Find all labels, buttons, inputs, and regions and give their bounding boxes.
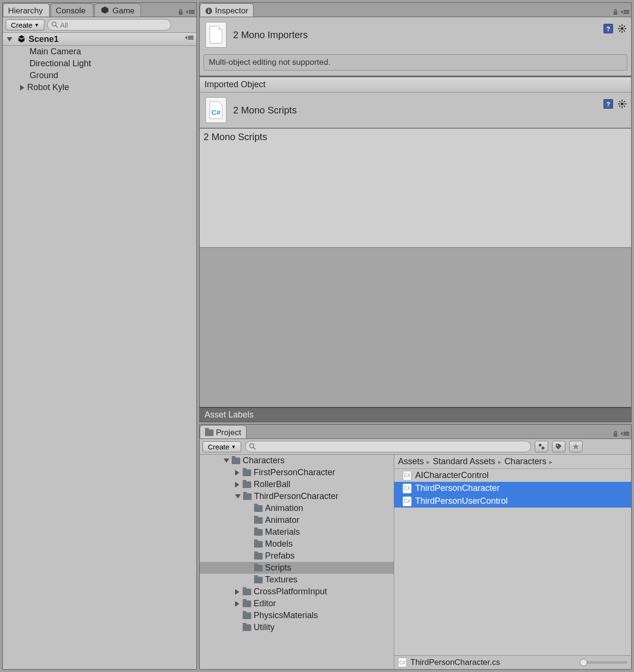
- tree-item[interactable]: Characters: [200, 455, 394, 467]
- tree-item[interactable]: Scripts: [200, 562, 394, 574]
- breadcrumb-separator-icon: ▸: [427, 458, 430, 466]
- asset-item-label: ThirdPersonCharacter: [415, 483, 500, 493]
- hierarchy-item[interactable]: Robot Kyle: [3, 81, 196, 93]
- gear-icon[interactable]: [618, 100, 626, 108]
- footer-filename: ThirdPersonCharacter.cs: [410, 658, 500, 667]
- panel-menu-icon[interactable]: [621, 9, 629, 15]
- asset-item[interactable]: C#ThirdPersonUserControl: [394, 495, 631, 508]
- foldout-icon[interactable]: [224, 458, 229, 463]
- folder-icon: [243, 481, 251, 488]
- help-icon[interactable]: ?: [603, 99, 613, 109]
- svg-text:i: i: [208, 8, 209, 14]
- panel-menu-icon[interactable]: [621, 431, 629, 437]
- scene-header[interactable]: Scene1: [3, 33, 196, 46]
- svg-point-23: [250, 444, 254, 448]
- tree-item[interactable]: Prefabs: [200, 550, 394, 562]
- importers-title: 2 Mono Importers: [233, 30, 308, 41]
- foldout-icon[interactable]: [235, 601, 239, 607]
- foldout-icon[interactable]: [235, 482, 239, 488]
- help-icon[interactable]: ?: [603, 24, 613, 33]
- svg-point-26: [542, 447, 544, 449]
- tree-item-label: Characters: [243, 456, 285, 466]
- asset-item-label: AICharacterControl: [415, 470, 489, 480]
- tree-item[interactable]: Editor: [200, 598, 394, 610]
- tab-inspector[interactable]: i Inspector: [200, 3, 254, 17]
- foldout-icon[interactable]: [235, 494, 241, 499]
- hierarchy-item-label: Robot Kyle: [27, 82, 69, 92]
- csharp-file-icon: C#: [205, 97, 226, 123]
- create-label: Create: [208, 443, 229, 451]
- filter-by-label-button[interactable]: [552, 441, 565, 452]
- svg-point-14: [621, 102, 624, 105]
- foldout-icon[interactable]: [235, 470, 239, 476]
- project-search[interactable]: [245, 441, 531, 452]
- search-input[interactable]: [60, 21, 167, 29]
- lock-icon[interactable]: [177, 9, 184, 15]
- tab-game[interactable]: Game: [94, 3, 141, 17]
- create-button[interactable]: Create ▼: [6, 20, 44, 31]
- project-tree: CharactersFirstPersonCharacterRollerBall…: [200, 455, 394, 669]
- tree-item-label: Animation: [265, 503, 303, 513]
- tree-item[interactable]: CrossPlatformInput: [200, 586, 394, 598]
- tree-item[interactable]: PhysicsMaterials: [200, 610, 394, 621]
- hierarchy-item[interactable]: Directional Light: [3, 58, 196, 70]
- search-input[interactable]: [258, 443, 527, 451]
- folder-icon: [243, 612, 251, 619]
- tree-item[interactable]: FirstPersonCharacter: [200, 467, 394, 479]
- breadcrumb-item[interactable]: Standard Assets: [433, 457, 495, 467]
- breadcrumb-item[interactable]: Assets: [398, 457, 424, 467]
- file-icon: [205, 22, 226, 48]
- foldout-icon[interactable]: [235, 589, 239, 595]
- scene-menu-icon[interactable]: [185, 35, 194, 41]
- lock-icon[interactable]: [612, 9, 619, 15]
- scripts-title: 2 Mono Scripts: [233, 105, 297, 116]
- asset-item-label: ThirdPersonUserControl: [415, 496, 508, 506]
- asset-item[interactable]: C#AICharacterControl: [394, 469, 631, 482]
- tab-hierarchy[interactable]: Hierarchy: [3, 3, 50, 17]
- breadcrumb-item[interactable]: Characters: [504, 457, 546, 467]
- tree-item[interactable]: Materials: [200, 526, 394, 538]
- create-button[interactable]: Create ▼: [203, 441, 241, 452]
- tab-console[interactable]: Console: [51, 3, 93, 17]
- tree-item[interactable]: Animator: [200, 514, 394, 526]
- hierarchy-item[interactable]: Main Camera: [3, 46, 196, 58]
- svg-line-22: [624, 101, 625, 102]
- tree-item-label: Animator: [265, 515, 299, 525]
- tree-item[interactable]: ThirdPersonCharacter: [200, 490, 394, 502]
- scene-name: Scene1: [29, 34, 59, 44]
- foldout-icon[interactable]: [20, 85, 24, 91]
- hierarchy-search[interactable]: [47, 19, 171, 31]
- tree-item[interactable]: Models: [200, 538, 394, 550]
- hierarchy-panel: Hierarchy Console Game Create ▼: [2, 2, 197, 670]
- scene-foldout-icon[interactable]: [7, 37, 12, 41]
- svg-text:C#: C#: [211, 108, 221, 116]
- inspector-tab-bar: i Inspector: [200, 3, 631, 17]
- asset-list: C#AICharacterControlC#ThirdPersonCharact…: [394, 469, 631, 655]
- tree-item-label: FirstPersonCharacter: [254, 468, 335, 478]
- tree-item[interactable]: RollerBall: [200, 479, 394, 490]
- hierarchy-item[interactable]: Ground: [3, 70, 196, 81]
- filter-by-type-button[interactable]: [535, 441, 548, 452]
- panel-menu-icon[interactable]: [186, 9, 194, 15]
- tree-item-label: ThirdPersonCharacter: [254, 491, 338, 501]
- svg-line-10: [624, 31, 625, 32]
- svg-line-19: [619, 101, 621, 102]
- breadcrumb-separator-icon: ▸: [549, 458, 552, 466]
- folder-icon: [254, 565, 263, 571]
- lock-icon[interactable]: [612, 430, 619, 437]
- tab-project[interactable]: Project: [200, 425, 246, 438]
- favorite-button[interactable]: [569, 441, 583, 452]
- hierarchy-item-label: Main Camera: [30, 47, 81, 57]
- tree-item[interactable]: Textures: [200, 574, 394, 586]
- folder-icon: [254, 529, 263, 536]
- tree-item[interactable]: Animation: [200, 502, 394, 514]
- svg-line-9: [619, 26, 621, 27]
- csharp-icon: C#: [398, 658, 407, 667]
- gear-icon[interactable]: [618, 24, 626, 33]
- svg-point-4: [621, 27, 624, 30]
- icon-size-slider[interactable]: [580, 661, 627, 664]
- tree-item[interactable]: Utility: [200, 621, 394, 633]
- tree-item-label: Prefabs: [265, 551, 295, 561]
- asset-item[interactable]: C#ThirdPersonCharacter: [394, 482, 631, 495]
- breadcrumb: Assets▸Standard Assets▸Characters▸: [394, 455, 631, 469]
